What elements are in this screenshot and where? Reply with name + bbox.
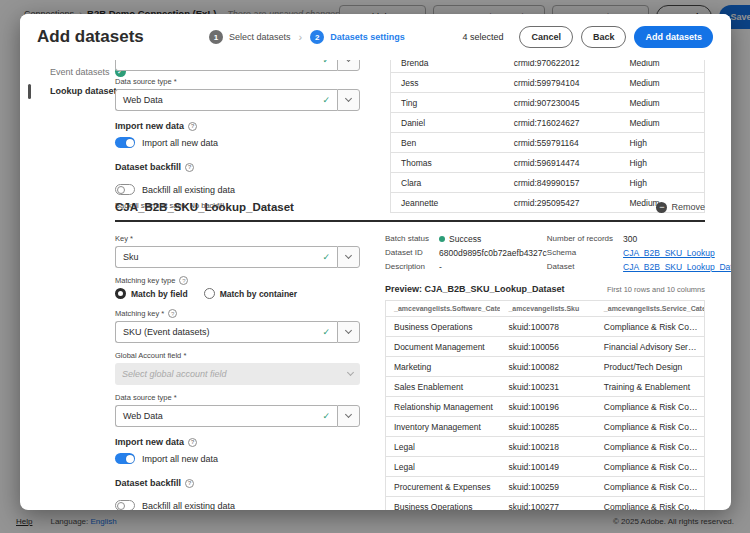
dataset-label: Dataset	[547, 262, 613, 272]
step-indicator: 1 Select datasets › 2 Datasets settings	[209, 30, 405, 44]
s1-backfill-toggle-label: Backfill all existing data	[142, 185, 235, 195]
table-row[interactable]: Business Operationsskuid:100078Complianc…	[386, 316, 704, 336]
table-row[interactable]: Inventory Managementskuid:100285Complian…	[386, 416, 704, 436]
success-dot-icon	[439, 236, 445, 242]
help-icon[interactable]: ?	[179, 276, 188, 285]
table-row[interactable]: Marketingskuid:100082Product/Tech Design	[386, 356, 704, 376]
schema-link[interactable]: CJA_B2B_SKU_Lookup	[623, 248, 715, 258]
table-row[interactable]: Sales Enablementskuid:100231Training & E…	[386, 376, 704, 396]
chevron-down-icon	[347, 369, 354, 376]
radio-field-label: Match by field	[131, 289, 188, 299]
modal-cancel-button[interactable]: Cancel	[519, 26, 573, 48]
table-row[interactable]: Thomascrmid:596914474High	[391, 153, 704, 173]
chevron-down-icon[interactable]	[337, 405, 360, 427]
global-account-select: Select global account field	[115, 363, 360, 385]
table-row[interactable]: Danielcrmid:716024627Medium	[391, 113, 704, 133]
step-2-label: Datasets settings	[330, 32, 405, 42]
records-value: 300	[623, 234, 731, 244]
matching-key-label: Matching key * ?	[115, 309, 360, 318]
remove-icon: −	[656, 202, 667, 213]
batch-status-label: Batch status	[385, 234, 429, 244]
help-icon[interactable]: ?	[168, 309, 177, 318]
nav-selection-indicator	[28, 84, 31, 99]
step-2-number: 2	[310, 30, 324, 44]
help-icon[interactable]: ?	[185, 163, 194, 172]
radio-unselected-icon	[204, 288, 215, 299]
section-divider	[115, 220, 705, 222]
table-row[interactable]: Document Managementskuid:100056Financial…	[386, 336, 704, 356]
global-account-placeholder: Select global account field	[122, 369, 227, 379]
column-header[interactable]: _amcevangelists.Software_Catego...	[386, 301, 500, 316]
table-row[interactable]: Bencrmid:559791164High	[391, 133, 704, 153]
s2-backfill-toggle-row: Backfill all existing data	[115, 500, 360, 510]
nav-item-event-datasets[interactable]: Event datasets ✓	[28, 62, 114, 81]
nav-item-lookup-datasets[interactable]: Lookup datasets	[28, 81, 114, 100]
key-value: Sku	[123, 252, 139, 262]
s1-import-header: Import new data ?	[115, 121, 360, 131]
dataset-link[interactable]: CJA_B2B_SKU_Lookup_Dataset	[623, 262, 731, 272]
dataset-id-label: Dataset ID	[385, 248, 429, 258]
help-icon[interactable]: ?	[188, 122, 197, 131]
event-datasets-label: Event datasets	[50, 67, 110, 77]
radio-match-by-container[interactable]: Match by container	[204, 288, 297, 299]
chevron-down-icon[interactable]	[337, 246, 360, 268]
step-1-number: 1	[209, 30, 223, 44]
table-row[interactable]: Claracrmid:849990157High	[391, 173, 704, 193]
preview-title: Preview: CJA_B2B_SKU_Lookup_Dataset	[385, 284, 565, 294]
screen: Connections › B2B Demo Connection (ExL) …	[0, 0, 750, 533]
modal-back-button[interactable]: Back	[581, 26, 627, 48]
s2-import-header: Import new data ?	[115, 437, 360, 447]
chevron-down-icon[interactable]	[337, 321, 360, 343]
help-icon[interactable]: ?	[188, 438, 197, 447]
s2-data-source-value: Web Data	[123, 411, 163, 421]
section1-form: ✓ Data source type * Web Data ✓ Import n…	[115, 60, 360, 210]
description-value: -	[439, 262, 547, 272]
s1-data-source-value: Web Data	[123, 95, 163, 105]
remove-dataset-button[interactable]: − Remove	[656, 202, 705, 213]
matching-key-select[interactable]: SKU (Event datasets) ✓	[115, 321, 360, 343]
step-datasets-settings[interactable]: 2 Datasets settings	[310, 30, 405, 44]
s2-data-source-select[interactable]: Web Data ✓	[115, 405, 360, 427]
step-1-label: Select datasets	[229, 32, 291, 42]
help-icon[interactable]: ?	[185, 479, 194, 488]
s2-data-source-label: Data source type *	[115, 393, 360, 402]
preview-header: Preview: CJA_B2B_SKU_Lookup_Dataset Firs…	[385, 284, 705, 294]
s2-backfill-toggle-label: Backfill all existing data	[142, 501, 235, 511]
table-row[interactable]: Legalskuid:100149Compliance & Risk Consu…	[386, 456, 704, 476]
valid-check-icon: ✓	[322, 411, 330, 421]
s2-import-toggle-label: Import all new data	[142, 454, 218, 464]
column-header[interactable]: _amcevangelists.Service_Category	[596, 301, 704, 316]
valid-check-icon: ✓	[322, 95, 330, 105]
s1-backfill-header: Dataset backfill ?	[115, 162, 360, 172]
backfill-toggle[interactable]	[115, 184, 135, 195]
table-row[interactable]: Business Operationsskuid:100277Complianc…	[386, 496, 704, 510]
table-row[interactable]: Legalskuid:100218Compliance & Risk Consu…	[386, 436, 704, 456]
table-row[interactable]: Jesscrmid:599794104Medium	[391, 73, 704, 93]
modal-add-datasets-button[interactable]: Add datasets	[634, 26, 713, 48]
modal-actions: 4 selected Cancel Back Add datasets	[462, 26, 713, 48]
valid-check-icon: ✓	[322, 252, 330, 262]
preview-table: _amcevangelists.Software_Catego... _amce…	[385, 300, 705, 510]
table-row[interactable]: Relationship Managementskuid:100196Compl…	[386, 396, 704, 416]
schema-label: Schema	[547, 248, 613, 258]
s1-backfill-toggle-row: Backfill all existing data	[115, 184, 360, 195]
dataset-type-nav: Event datasets ✓ Lookup datasets	[28, 62, 114, 100]
column-header[interactable]: _amcevangelists.Sku	[500, 301, 595, 316]
s1-data-source-select[interactable]: Web Data ✓	[115, 89, 360, 111]
description-label: Description	[385, 262, 429, 272]
step-select-datasets[interactable]: 1 Select datasets	[209, 30, 291, 44]
clipped-select: ✓	[115, 60, 360, 72]
table-row[interactable]: Procurement & Expensesskuid:100259Compli…	[386, 476, 704, 496]
preview-table-header: _amcevangelists.Software_Catego... _amce…	[386, 301, 704, 316]
table-row[interactable]: Tingcrmid:907230045Medium	[391, 93, 704, 113]
import-new-data-toggle[interactable]	[115, 137, 135, 148]
s1-import-toggle-label: Import all new data	[142, 138, 218, 148]
key-select[interactable]: Sku ✓	[115, 246, 360, 268]
modal-content: Event datasets ✓ Lookup datasets ✓ Data …	[20, 60, 731, 510]
radio-selected-icon	[115, 288, 126, 299]
radio-match-by-field[interactable]: Match by field	[115, 288, 188, 299]
backfill-toggle[interactable]	[115, 500, 135, 510]
chevron-down-icon[interactable]	[337, 89, 360, 111]
import-new-data-toggle[interactable]	[115, 453, 135, 464]
add-datasets-modal: Add datasets 1 Select datasets › 2 Datas…	[20, 14, 731, 510]
